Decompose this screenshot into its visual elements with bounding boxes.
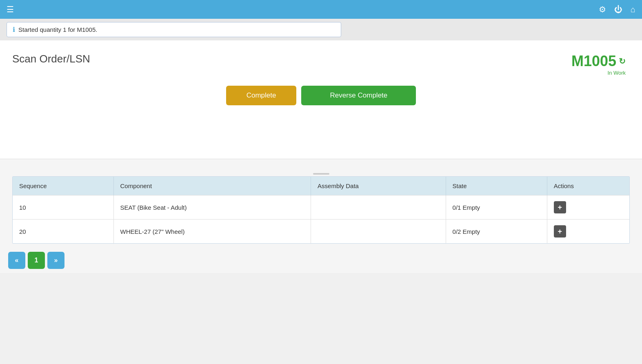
pagination-bar: « 1 »	[0, 248, 642, 273]
cell-sequence: 10	[13, 195, 113, 220]
scroll-dots	[313, 173, 329, 175]
order-info: M1005 ↻ In Work	[571, 53, 626, 76]
table-row: 20WHEEL-27 (27" Wheel)0/2 Empty+	[13, 220, 629, 244]
col-header-assembly-data: Assembly Data	[311, 177, 446, 195]
refresh-icon[interactable]: ↻	[619, 56, 626, 66]
power-icon[interactable]: ⏻	[614, 5, 622, 14]
cell-sequence: 20	[13, 220, 113, 244]
table-header-row: Sequence Component Assembly Data State A…	[13, 177, 629, 195]
cell-state: 0/2 Empty	[446, 220, 547, 244]
info-icon: ℹ	[13, 26, 15, 33]
col-header-component: Component	[113, 177, 311, 195]
add-action-button[interactable]: +	[554, 201, 566, 213]
order-id-container: M1005 ↻	[571, 53, 626, 70]
col-header-state: State	[446, 177, 547, 195]
components-table: Sequence Component Assembly Data State A…	[13, 177, 629, 243]
nav-left: ☰	[7, 4, 14, 14]
cell-assembly-data	[311, 220, 446, 244]
hamburger-icon[interactable]: ☰	[7, 4, 14, 14]
action-buttons-row: Complete Reverse Complete	[12, 86, 630, 105]
table-section: Sequence Component Assembly Data State A…	[0, 159, 642, 248]
nav-right: ⚙ ⏻ ⌂	[599, 4, 635, 14]
cell-component: SEAT (Bike Seat - Adult)	[113, 195, 311, 220]
prev-page-button[interactable]: «	[8, 252, 25, 269]
settings-icon[interactable]: ⚙	[599, 4, 606, 14]
scroll-indicator	[12, 171, 630, 176]
next-page-button[interactable]: »	[47, 252, 64, 269]
cell-state: 0/1 Empty	[446, 195, 547, 220]
add-action-button[interactable]: +	[554, 225, 566, 237]
main-content: Scan Order/LSN M1005 ↻ In Work Complete …	[0, 40, 642, 159]
components-table-container[interactable]: Sequence Component Assembly Data State A…	[12, 176, 630, 244]
current-page-button[interactable]: 1	[28, 252, 45, 269]
order-status: In Work	[571, 70, 626, 76]
home-icon[interactable]: ⌂	[631, 5, 635, 14]
cell-component: WHEEL-27 (27" Wheel)	[113, 220, 311, 244]
cell-actions: +	[547, 195, 629, 220]
col-header-actions: Actions	[547, 177, 629, 195]
reverse-complete-button[interactable]: Reverse Complete	[301, 86, 416, 105]
col-header-sequence: Sequence	[13, 177, 113, 195]
cell-assembly-data	[311, 195, 446, 220]
info-text: Started quantity 1 for M1005.	[18, 26, 97, 33]
page-title: Scan Order/LSN	[12, 53, 90, 65]
table-row: 10SEAT (Bike Seat - Adult)0/1 Empty+	[13, 195, 629, 220]
cell-actions: +	[547, 220, 629, 244]
complete-button[interactable]: Complete	[226, 86, 297, 105]
info-bar: ℹ Started quantity 1 for M1005.	[0, 19, 642, 40]
info-message-box: ℹ Started quantity 1 for M1005.	[7, 22, 341, 37]
order-id-text: M1005	[571, 53, 616, 70]
top-nav-bar: ☰ ⚙ ⏻ ⌂	[0, 0, 642, 19]
